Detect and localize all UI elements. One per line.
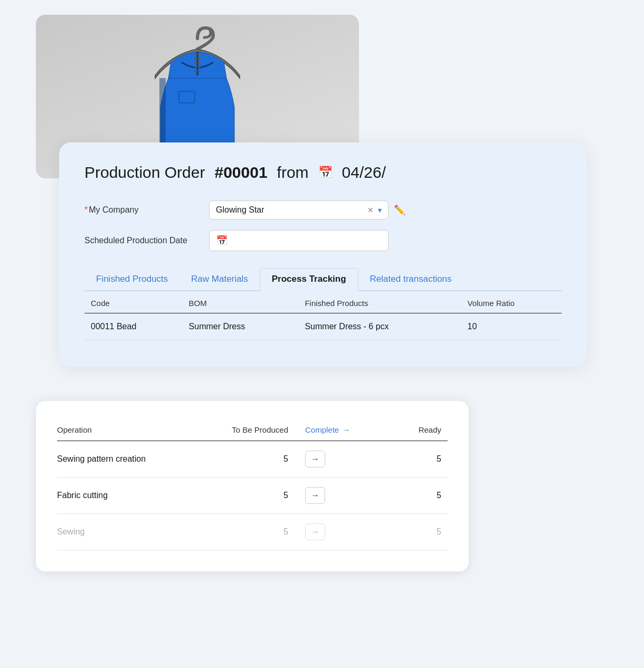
cell-code: 00011 Bead	[84, 313, 183, 340]
operation-ready-2: 5	[388, 478, 448, 514]
col-code: Code	[84, 291, 183, 313]
order-date: 04/26/	[342, 164, 386, 182]
cell-volume-ratio: 10	[461, 313, 562, 340]
col-finished-products: Finished Products	[298, 291, 461, 313]
edit-icon[interactable]: ✏️	[394, 204, 405, 216]
complete-label: Complete	[305, 425, 339, 434]
operation-name-3: Sewing	[57, 514, 200, 550]
company-field-container: Glowing Star ✕ ▾ ✏️	[209, 201, 405, 220]
company-dropdown[interactable]: Glowing Star ✕ ▾	[209, 201, 389, 220]
date-field-container: 📅	[209, 230, 389, 251]
date-label: Scheduled Production Date	[84, 236, 201, 245]
date-field-row: Scheduled Production Date 📅	[84, 230, 562, 251]
order-number: #00001	[214, 164, 267, 182]
calendar-icon: 📅	[216, 235, 228, 246]
cell-bom: Summer Dress	[183, 313, 299, 340]
complete-arrow-icon: →	[342, 425, 350, 434]
operation-row-3: Sewing 5 → 5	[57, 514, 448, 550]
calendar-icon: 📅	[318, 166, 333, 179]
company-field-row: *My Company Glowing Star ✕ ▾ ✏️	[84, 201, 562, 220]
operations-table: Operation To Be Produced Complete → Read…	[57, 420, 448, 550]
order-title-label: Production Order	[84, 164, 205, 182]
operation-complete-3: →	[295, 514, 387, 550]
production-order-card: Production Order #00001 from 📅 04/26/ *M…	[59, 142, 587, 367]
operation-ready-3: 5	[388, 514, 448, 550]
order-header: Production Order #00001 from 📅 04/26/	[84, 164, 562, 182]
company-label: *My Company	[84, 205, 201, 215]
cell-finished-products: Summer Dress - 6 pcx	[298, 313, 461, 340]
required-star: *	[84, 205, 88, 214]
operation-qty-1: 5	[200, 441, 295, 478]
operation-name-2: Fabric cutting	[57, 478, 200, 514]
operation-complete-2: →	[295, 478, 387, 514]
sub-col-to-be-produced: To Be Produced	[200, 420, 295, 441]
tab-related-transactions[interactable]: Related transactions	[358, 268, 463, 291]
operation-row-1: Sewing pattern creation 5 → 5	[57, 441, 448, 478]
complete-button-2[interactable]: →	[305, 487, 325, 504]
operation-qty-3: 5	[200, 514, 295, 550]
company-value: Glowing Star	[216, 205, 363, 215]
process-tracking-table-section: Code BOM Finished Products Volume Ratio …	[84, 291, 562, 340]
sub-col-complete: Complete →	[295, 420, 387, 441]
scheduled-date-input[interactable]: 📅	[209, 230, 389, 251]
tab-finished-products[interactable]: Finished Products	[84, 268, 179, 291]
operation-qty-2: 5	[200, 478, 295, 514]
tab-process-tracking[interactable]: Process Tracking	[260, 268, 358, 291]
process-tracking-table: Code BOM Finished Products Volume Ratio …	[84, 291, 562, 340]
chevron-down-icon[interactable]: ▾	[378, 206, 382, 214]
clear-icon[interactable]: ✕	[367, 206, 374, 214]
table-row: 00011 Bead Summer Dress Summer Dress - 6…	[84, 313, 562, 340]
sub-col-operation: Operation	[57, 420, 200, 441]
complete-button-1[interactable]: →	[305, 451, 325, 467]
operation-name-1: Sewing pattern creation	[57, 441, 200, 478]
operation-row-2: Fabric cutting 5 → 5	[57, 478, 448, 514]
tabs-row: Finished Products Raw Materials Process …	[84, 268, 562, 291]
operations-sub-card: Operation To Be Produced Complete → Read…	[36, 401, 469, 571]
operation-complete-1: →	[295, 441, 387, 478]
col-bom: BOM	[183, 291, 299, 313]
operation-ready-1: 5	[388, 441, 448, 478]
order-from-label: from	[277, 164, 309, 182]
tab-raw-materials[interactable]: Raw Materials	[179, 268, 260, 291]
complete-button-3[interactable]: →	[305, 523, 325, 540]
col-volume-ratio: Volume Ratio	[461, 291, 562, 313]
sub-col-ready: Ready	[388, 420, 448, 441]
